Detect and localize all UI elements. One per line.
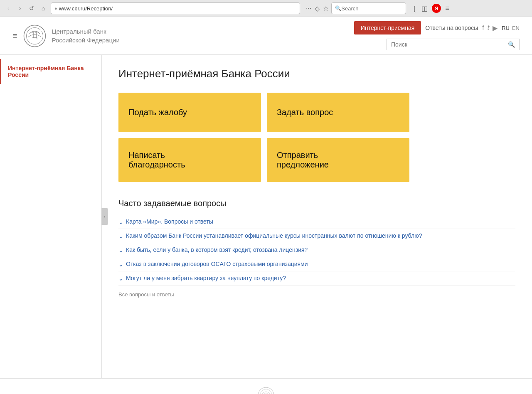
- browser-search-bar[interactable]: 🔍: [331, 2, 406, 14]
- sidebar-toggle-icon[interactable]: ◫: [421, 5, 428, 12]
- youtube-icon[interactable]: ▶: [493, 24, 498, 32]
- lang-ru-button[interactable]: RU: [502, 25, 510, 31]
- faq-link-1[interactable]: Каким образом Банк России устанавливает …: [126, 232, 422, 239]
- refresh-button[interactable]: ↺: [27, 3, 37, 13]
- bank-logo: Ц: [23, 25, 46, 47]
- footer-logo: Ц: [8, 387, 524, 394]
- bank-name: Центральный банк Российской Федерации: [52, 27, 120, 44]
- twitter-icon[interactable]: t: [488, 24, 489, 32]
- qa-link[interactable]: Ответы на вопросы: [425, 25, 478, 31]
- faq-link-0[interactable]: Карта «Мир». Вопросы и ответы: [126, 218, 213, 225]
- browser-toolbar: ‹ › ↺ ⌂ ● www.cbr.ru/Reception/ ··· ◇ ☆ …: [0, 0, 532, 17]
- ask-question-button[interactable]: Задать вопрос: [267, 93, 409, 132]
- lang-en-button[interactable]: EN: [512, 25, 520, 31]
- write-thanks-button[interactable]: Написать благодарность: [118, 138, 261, 182]
- faq-link-4[interactable]: Могут ли у меня забрать квартиру за неуп…: [126, 275, 286, 281]
- address-bar[interactable]: ● www.cbr.ru/Reception/: [51, 2, 300, 14]
- website: ≡ Ц Центральный банк Российской Федераци…: [0, 17, 532, 394]
- lock-icon: ●: [54, 6, 57, 11]
- internet-reception-button[interactable]: Интернет-приёмная: [354, 21, 421, 34]
- sidebar: Интернет-приёмная Банка России ‹: [0, 55, 102, 378]
- faq-item-4: ⌄ Могут ли у меня забрать квартиру за не…: [118, 271, 515, 286]
- back-button[interactable]: ‹: [3, 3, 13, 13]
- yandex-icon[interactable]: Я: [432, 4, 441, 13]
- browser-right-icons: ❲ ◫ Я ≡: [412, 4, 449, 13]
- submit-complaint-button[interactable]: Подать жалобу: [118, 93, 261, 132]
- all-questions-link[interactable]: Все вопросы и ответы: [118, 291, 174, 298]
- site-footer: Ц: [0, 378, 532, 394]
- faq-link-3[interactable]: Отказ в заключении договоров ОСАГО страх…: [126, 261, 308, 267]
- faq-chevron-2: ⌄: [118, 247, 123, 254]
- sidebar-item-internet-reception[interactable]: Интернет-приёмная Банка России: [0, 59, 101, 84]
- forward-button[interactable]: ›: [15, 3, 25, 13]
- address-text: www.cbr.ru/Reception/: [59, 5, 113, 12]
- nav-buttons: ‹ › ↺ ⌂: [3, 3, 48, 13]
- site-search-bar[interactable]: 🔍: [387, 39, 520, 50]
- facebook-icon[interactable]: f: [482, 24, 484, 32]
- browser-chrome: ‹ › ↺ ⌂ ● www.cbr.ru/Reception/ ··· ◇ ☆ …: [0, 0, 532, 17]
- page-title: Интернет-приёмная Банка России: [118, 67, 515, 80]
- site-header-top-right: Интернет-приёмная Ответы на вопросы f t …: [354, 21, 520, 34]
- faq-item-0: ⌄ Карта «Мир». Вопросы и ответы: [118, 215, 515, 229]
- browser-search-input[interactable]: [341, 5, 399, 12]
- faq-chevron-0: ⌄: [118, 219, 123, 225]
- site-search-icon[interactable]: 🔍: [508, 41, 515, 48]
- lang-switcher: RU EN: [502, 25, 520, 31]
- faq-chevron-1: ⌄: [118, 233, 123, 239]
- browser-tools: ··· ◇ ☆: [306, 5, 329, 12]
- browser-menu-button[interactable]: ≡: [445, 5, 449, 12]
- main-content: Интернет-приёмная Банка России Подать жа…: [102, 55, 532, 378]
- send-suggestion-button[interactable]: Отправить предложение: [267, 138, 409, 182]
- site-header-right: Интернет-приёмная Ответы на вопросы f t …: [354, 21, 520, 50]
- faq-section-title: Часто задаваемые вопросы: [118, 199, 515, 208]
- home-button[interactable]: ⌂: [38, 3, 48, 13]
- site-header-left: ≡ Ц Центральный банк Российской Федераци…: [12, 25, 120, 47]
- faq-chevron-4: ⌄: [118, 275, 123, 282]
- faq-link-2[interactable]: Как быть, если у банка, в котором взят к…: [126, 246, 308, 253]
- browser-search-icon: 🔍: [335, 5, 341, 11]
- svg-text:Ц: Ц: [32, 31, 37, 39]
- sidebar-toggle-button[interactable]: ‹: [101, 208, 108, 225]
- faq-item-3: ⌄ Отказ в заключении договоров ОСАГО стр…: [118, 257, 515, 271]
- main-layout: Интернет-приёмная Банка России ‹ Интерне…: [0, 55, 532, 378]
- bookmark-star-icon[interactable]: ☆: [323, 5, 329, 12]
- site-header: ≡ Ц Центральный банк Российской Федераци…: [0, 17, 532, 55]
- social-icons: f t ▶: [482, 24, 498, 32]
- more-button[interactable]: ···: [306, 5, 311, 12]
- action-buttons-grid: Подать жалобу Задать вопрос Написать бла…: [118, 93, 409, 182]
- faq-item-1: ⌄ Каким образом Банк России устанавливае…: [118, 229, 515, 243]
- pocket-icon[interactable]: ◇: [315, 5, 320, 12]
- faq-item-2: ⌄ Как быть, если у банка, в котором взят…: [118, 243, 515, 257]
- site-menu-button[interactable]: ≡: [12, 32, 17, 40]
- site-search-input[interactable]: [391, 41, 508, 48]
- faq-section: Часто задаваемые вопросы ⌄ Карта «Мир». …: [118, 199, 515, 298]
- faq-chevron-3: ⌄: [118, 261, 123, 268]
- library-icon[interactable]: ❲: [412, 5, 417, 12]
